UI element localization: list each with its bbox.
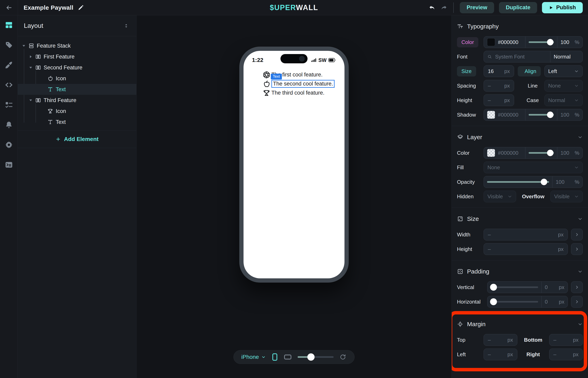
feature-text[interactable]: The third cool feature. (271, 90, 325, 96)
opacity-field[interactable]: 100 % (552, 176, 583, 188)
shadow-opacity-slider[interactable] (525, 109, 557, 121)
overflow-select[interactable]: Visible (550, 191, 583, 202)
font-size-input[interactable]: 16 px (484, 65, 514, 77)
color-hex-value[interactable]: #000000 (498, 39, 518, 45)
feature-text[interactable]: The second cool feature. (271, 80, 335, 88)
margin-left-input[interactable]: – px (484, 349, 517, 360)
canvas[interactable]: 1:22 SW The first cool feature. Text (137, 15, 451, 378)
padding-value[interactable]: 0 (545, 299, 548, 305)
layer-color-opacity-slider[interactable] (525, 147, 557, 159)
padding-value[interactable]: 0 (545, 284, 548, 290)
tree-item-icon[interactable]: Icon (18, 73, 136, 84)
slider-knob[interactable] (547, 39, 553, 45)
rail-item-code[interactable] (4, 81, 13, 89)
shadow-hex-field[interactable]: #000000 (484, 109, 525, 121)
duplicate-button[interactable]: Duplicate (499, 2, 537, 13)
rail-item-console[interactable] (4, 160, 13, 169)
tree-item-text[interactable]: Text (18, 117, 136, 127)
rail-item-theme[interactable] (4, 61, 13, 69)
zoom-slider[interactable] (298, 356, 334, 358)
height-input[interactable]: – px (484, 243, 568, 255)
width-options-button[interactable] (571, 229, 583, 241)
font-size-value[interactable]: 16 (488, 68, 494, 74)
height-options-button[interactable] (571, 243, 583, 255)
selected-text-element[interactable]: Text The second cool feature. (271, 80, 335, 88)
chevron-down-icon[interactable] (577, 269, 583, 274)
feature-row-2[interactable]: Text The second cool feature. (262, 79, 344, 88)
rail-item-checklist[interactable] (4, 100, 13, 109)
opacity-value[interactable]: 100 (560, 150, 569, 156)
tree-item-feature-stack[interactable]: Feature Stack (18, 40, 136, 51)
layer-color-opacity-field[interactable]: 100 % (557, 147, 583, 159)
publish-button[interactable]: Publish (542, 2, 583, 13)
refresh-button[interactable] (340, 354, 346, 360)
opacity-value[interactable]: 100 (556, 179, 564, 185)
slider-knob[interactable] (547, 111, 553, 118)
back-button[interactable] (0, 0, 18, 15)
layer-color-hex[interactable]: #000000 (498, 150, 518, 156)
horizontal-padding-field[interactable]: 0 px (541, 296, 568, 307)
layer-color-swatch[interactable] (487, 149, 495, 157)
shadow-swatch[interactable] (487, 111, 495, 119)
layer-color-hex-field[interactable]: #000000 (484, 147, 525, 159)
height-value[interactable]: – (488, 246, 491, 252)
shadow-hex-value[interactable]: #000000 (498, 112, 518, 118)
margin-value[interactable]: – (553, 337, 556, 343)
rail-item-notifications[interactable] (4, 121, 13, 129)
opacity-value[interactable]: 100 (560, 112, 569, 118)
font-search-field[interactable]: System Font (484, 51, 550, 62)
slider-knob[interactable] (490, 298, 497, 305)
paywall-screen[interactable]: 1:22 SW The first cool feature. Text (244, 51, 344, 278)
margin-top-input[interactable]: – px (484, 334, 517, 346)
margin-value[interactable]: – (488, 351, 491, 358)
margin-right-input[interactable]: – px (549, 349, 583, 360)
add-element-button[interactable]: Add Element (18, 130, 136, 148)
vertical-padding-slider[interactable] (488, 282, 541, 293)
margin-value[interactable]: – (553, 351, 556, 358)
tree-item-second-feature[interactable]: Second Feature (18, 62, 136, 73)
case-select[interactable]: Normal (544, 94, 583, 106)
typography-color-chip[interactable]: Color (457, 37, 478, 47)
redo-button[interactable] (440, 4, 447, 11)
slider-knob[interactable] (490, 284, 497, 291)
tree-item-icon[interactable]: Icon (18, 106, 136, 117)
rail-item-settings[interactable] (4, 140, 13, 149)
device-select[interactable]: iPhone (241, 354, 266, 360)
horizontal-padding-slider[interactable] (488, 296, 541, 307)
align-select[interactable]: Left (544, 65, 583, 77)
sort-icon[interactable] (123, 23, 129, 29)
slider-knob[interactable] (541, 179, 547, 185)
horizontal-padding-options-button[interactable] (571, 296, 583, 308)
chevron-down-icon[interactable] (577, 322, 583, 327)
height-value[interactable]: – (488, 97, 491, 104)
landscape-orientation-button[interactable] (284, 354, 292, 360)
vertical-padding-field[interactable]: 0 px (541, 282, 568, 293)
vertical-padding-options-button[interactable] (571, 281, 583, 293)
tree-item-third-feature[interactable]: Third Feature (18, 95, 136, 106)
feature-row-3[interactable]: The third cool feature. (262, 88, 344, 97)
tree-item-text-selected[interactable]: Text (18, 84, 136, 95)
width-value[interactable]: – (488, 231, 491, 238)
undo-button[interactable] (429, 4, 436, 11)
width-input[interactable]: – px (484, 229, 568, 241)
line-select[interactable]: None (544, 80, 583, 92)
tree-item-first-feature[interactable]: First Feature (18, 51, 136, 62)
size-chip[interactable]: Size (457, 66, 476, 76)
spacing-value[interactable]: – (488, 83, 491, 89)
line-height-input[interactable]: – px (484, 94, 514, 106)
expand-arrow-icon[interactable] (21, 44, 27, 48)
edit-title-button[interactable] (78, 5, 84, 11)
color-opacity-field[interactable]: 100 % (557, 37, 583, 48)
shadow-opacity-field[interactable]: 100 % (557, 109, 583, 121)
margin-bottom-input[interactable]: – px (549, 334, 583, 346)
expand-arrow-icon[interactable] (28, 98, 34, 102)
color-opacity-slider[interactable] (525, 37, 557, 48)
collapse-arrow-icon[interactable] (28, 54, 34, 59)
slider-knob[interactable] (547, 150, 553, 156)
align-chip[interactable]: Align (518, 66, 541, 76)
chevron-down-icon[interactable] (577, 216, 583, 221)
margin-value[interactable]: – (488, 337, 491, 343)
rail-item-products[interactable] (4, 40, 13, 49)
expand-arrow-icon[interactable] (28, 65, 34, 70)
color-swatch[interactable] (487, 38, 495, 46)
